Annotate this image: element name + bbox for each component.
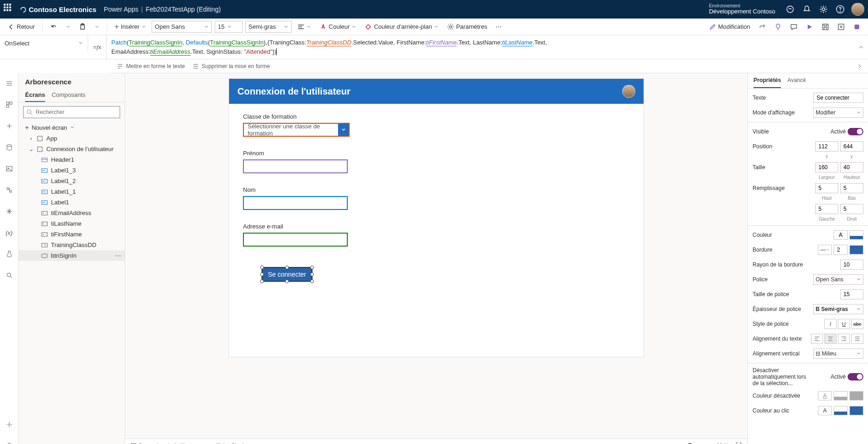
dis-border-swatch[interactable] (849, 391, 863, 400)
align-center-button[interactable] (824, 334, 836, 344)
fill-color-swatch[interactable] (849, 230, 863, 240)
text-align-menu[interactable] (294, 21, 314, 32)
paste-menu[interactable] (92, 23, 102, 31)
format-text-button[interactable]: Mettre en forme le texte (117, 63, 185, 70)
waffle-icon[interactable] (4, 4, 15, 15)
tree-node-more-icon[interactable]: ⋯ (115, 252, 121, 259)
formula-next-icon[interactable] (857, 63, 862, 69)
overflow-menu[interactable]: ⋯ (493, 21, 504, 32)
formula-expand-icon[interactable] (858, 44, 864, 50)
prop-pad-bottom[interactable] (840, 183, 863, 193)
tree-node-trainingdd[interactable]: TrainingClassDD (19, 240, 125, 250)
comments-button[interactable] (787, 21, 800, 32)
tree-node-header[interactable]: Header1 (19, 154, 125, 165)
undo-button[interactable] (47, 21, 60, 32)
rail-media-icon[interactable] (0, 162, 19, 175)
footer-crumb-screen[interactable]: Connexion de l'utilisateur (131, 443, 200, 444)
prop-visible-toggle[interactable] (848, 128, 863, 135)
font-family-select[interactable]: Open Sans (152, 21, 212, 33)
valign-select[interactable]: ⊟ Milieu (813, 349, 863, 359)
click-font-swatch[interactable]: A (818, 406, 832, 415)
tree-search[interactable] (23, 106, 120, 118)
prop-display-select[interactable]: Modifier (813, 108, 863, 118)
autodis-toggle[interactable] (848, 373, 863, 381)
property-selector[interactable]: OnSelect (0, 35, 88, 51)
copilot-icon[interactable] (782, 0, 798, 19)
prop-pad-top[interactable] (815, 183, 838, 193)
rail-data-icon[interactable] (0, 141, 19, 154)
tree-node-label12[interactable]: Label1_2 (19, 176, 125, 186)
prop-x-input[interactable] (815, 141, 838, 152)
font-select[interactable]: Open Sans (813, 274, 863, 285)
footer-crumb-control[interactable]: btnSignIn (215, 443, 247, 444)
align-right-button[interactable] (838, 334, 850, 344)
rail-insert-icon[interactable] (0, 120, 19, 133)
zoom-in-button[interactable]: + (707, 443, 710, 444)
tree-node-btnsignin[interactable]: btnSignIn⋯ (19, 250, 125, 261)
tree-node-label13[interactable]: Label1_3 (19, 165, 125, 176)
app-checker-button[interactable] (772, 21, 785, 32)
prop-width-input[interactable] (815, 162, 838, 172)
signin-button[interactable]: Se connecter (262, 267, 313, 282)
remove-format-button[interactable]: Supprimer la mise en forme (192, 63, 270, 70)
tab-screens[interactable]: Écrans (25, 89, 45, 102)
tree-node-app[interactable]: ›App (19, 133, 125, 144)
font-color-menu[interactable]: Couleur (317, 21, 359, 32)
training-class-dropdown[interactable]: Sélectionner une classe de formation (243, 123, 350, 137)
formula-bar[interactable]: Patch(TrainingClassSignIn, Defaults(Trai… (107, 35, 854, 59)
font-size-select[interactable]: 15 (215, 21, 243, 33)
rail-flows-icon[interactable] (0, 184, 19, 197)
rail-tests-icon[interactable] (0, 247, 19, 260)
props-tab-properties[interactable]: Propriétés (753, 73, 781, 88)
rail-variables-icon[interactable]: (x) (0, 226, 19, 239)
align-justify-button[interactable] (851, 334, 863, 344)
firstname-input[interactable] (243, 159, 348, 173)
bg-color-menu[interactable]: Couleur d'arrière-plan (362, 21, 441, 32)
tab-components[interactable]: Composants (51, 89, 85, 102)
prop-pad-left[interactable] (815, 204, 838, 214)
new-screen-button[interactable]: +Nouvel écran (19, 122, 125, 133)
italic-button[interactable]: I (824, 319, 836, 329)
rail-search-icon[interactable] (0, 269, 19, 282)
dis-fill-swatch[interactable] (834, 391, 848, 400)
notifications-icon[interactable] (798, 0, 815, 19)
border-width-input[interactable] (834, 245, 848, 255)
font-weight-select2[interactable]: B Semi-gras (813, 304, 863, 314)
font-weight-select[interactable]: Semi-gras (245, 21, 292, 33)
click-fill-swatch[interactable] (834, 406, 848, 415)
prop-y-input[interactable] (840, 141, 863, 152)
rail-ai-icon[interactable] (0, 205, 19, 218)
share-button[interactable] (756, 21, 769, 32)
border-style-select[interactable]: — (818, 245, 832, 255)
tree-search-input[interactable] (36, 109, 117, 115)
align-left-button[interactable] (811, 334, 823, 344)
publish-button[interactable] (835, 21, 848, 32)
dis-font-swatch[interactable]: A (818, 391, 832, 400)
prop-text-input[interactable] (813, 93, 863, 103)
insert-button[interactable]: +Insérer (112, 21, 149, 33)
strike-button[interactable]: abc (851, 319, 863, 329)
fit-screen-button[interactable] (735, 442, 742, 444)
tree-node-label11[interactable]: Label1_1 (19, 186, 125, 197)
tree-node-tifirst[interactable]: tiFirstName (19, 229, 125, 240)
settings-button[interactable]: Paramètres (444, 21, 490, 32)
underline-button[interactable]: U (838, 319, 850, 329)
tree-node-label1[interactable]: Label1 (19, 197, 125, 208)
prop-height-input[interactable] (840, 162, 863, 172)
preview-button[interactable] (803, 21, 816, 32)
tree-node-tiemail[interactable]: tiEmailAddress (19, 208, 125, 218)
rail-hamburger-icon[interactable] (0, 77, 19, 90)
undo-menu[interactable] (63, 23, 73, 31)
lastname-input[interactable] (243, 196, 348, 210)
back-button[interactable]: Retour (5, 21, 38, 32)
environment-picker[interactable]: Environnement Développement Contoso (709, 3, 775, 15)
zoom-out-button[interactable]: − (635, 443, 638, 444)
click-border-swatch[interactable] (849, 406, 863, 415)
publish-menu[interactable] (850, 21, 863, 32)
settings-icon[interactable] (815, 0, 832, 19)
rail-ask-icon[interactable] (0, 439, 19, 444)
edit-mode-button[interactable]: Modification (706, 21, 753, 32)
border-radius-input[interactable] (840, 260, 863, 270)
font-color-swatch[interactable]: A (834, 230, 848, 240)
help-icon[interactable] (832, 0, 849, 19)
